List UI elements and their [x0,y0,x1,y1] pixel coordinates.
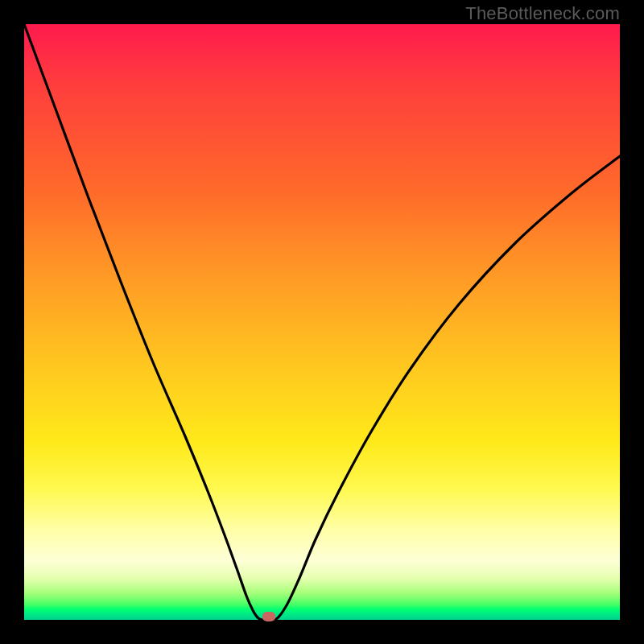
plot-area [24,24,620,620]
bottleneck-curve [24,24,620,620]
chart-frame: TheBottleneck.com [0,0,644,644]
curve-svg [24,24,620,620]
attribution-text: TheBottleneck.com [465,3,620,24]
minimum-marker [262,612,275,621]
